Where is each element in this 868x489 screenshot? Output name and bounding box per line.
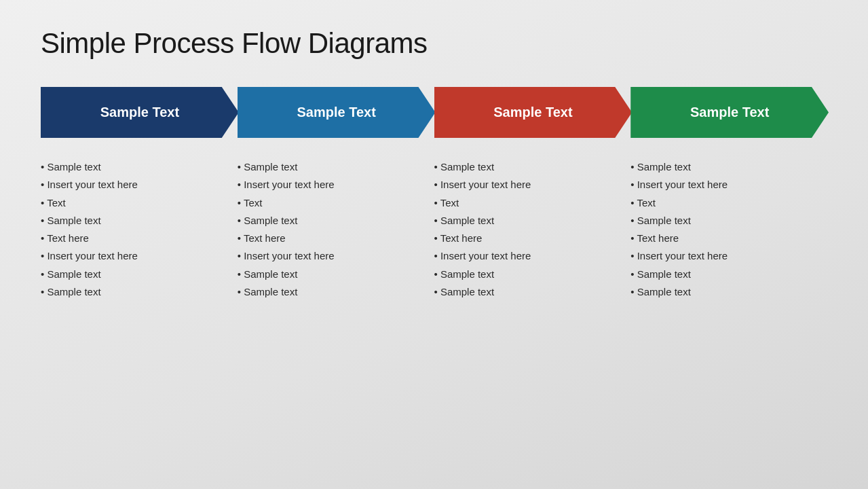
list-item: Text	[630, 194, 820, 212]
list-item: Insert your text here	[41, 247, 231, 265]
list-item: Text here	[41, 230, 231, 247]
list-item: Insert your text here	[41, 176, 231, 194]
column-4: Sample textInsert your text hereTextSamp…	[630, 158, 827, 301]
list-item: Sample text	[238, 283, 428, 301]
list-item: Sample text	[434, 212, 624, 230]
column-2: Sample textInsert your text hereTextSamp…	[238, 158, 434, 301]
chevron-wrapper-3: Sample Text	[434, 87, 631, 138]
chevron-4: Sample Text	[630, 87, 829, 138]
list-item: Sample text	[41, 212, 231, 230]
columns-row: Sample textInsert your text hereTextSamp…	[41, 158, 827, 301]
list-item: Text	[434, 194, 624, 212]
list-item: Text	[238, 194, 428, 212]
bullet-list-4: Sample textInsert your text hereTextSamp…	[630, 158, 820, 301]
list-item: Sample text	[41, 158, 231, 176]
list-item: Text	[41, 194, 231, 212]
list-item: Sample text	[41, 283, 231, 301]
chevron-1: Sample Text	[41, 87, 239, 138]
list-item: Sample text	[434, 266, 624, 283]
list-item: Sample text	[238, 212, 428, 230]
list-item: Insert your text here	[238, 176, 428, 194]
chevron-2-label: Sample Text	[297, 105, 375, 120]
list-item: Insert your text here	[434, 176, 624, 194]
bullet-list-3: Sample textInsert your text hereTextSamp…	[434, 158, 624, 301]
list-item: Sample text	[434, 283, 624, 301]
list-item: Sample text	[238, 158, 428, 176]
bullet-list-1: Sample textInsert your text hereTextSamp…	[41, 158, 231, 301]
list-item: Sample text	[41, 266, 231, 283]
list-item: Sample text	[630, 212, 820, 230]
list-item: Insert your text here	[434, 247, 624, 265]
chevron-wrapper-4: Sample Text	[630, 87, 827, 138]
list-item: Sample text	[630, 283, 820, 301]
bullet-list-2: Sample textInsert your text hereTextSamp…	[238, 158, 428, 301]
list-item: Sample text	[630, 266, 820, 283]
chevron-3: Sample Text	[434, 87, 633, 138]
chevron-1-label: Sample Text	[100, 105, 179, 120]
column-3: Sample textInsert your text hereTextSamp…	[434, 158, 631, 301]
slide: Simple Process Flow Diagrams Sample Text…	[0, 0, 868, 489]
chevron-wrapper-1: Sample Text	[41, 87, 238, 138]
chevron-row: Sample Text Sample Text Sample Text Samp…	[41, 87, 827, 138]
chevron-wrapper-2: Sample Text	[238, 87, 434, 138]
column-1: Sample textInsert your text hereTextSamp…	[41, 158, 238, 301]
page-title: Simple Process Flow Diagrams	[41, 27, 827, 60]
list-item: Insert your text here	[630, 176, 820, 194]
list-item: Text here	[630, 230, 820, 247]
list-item: Insert your text here	[238, 247, 428, 265]
chevron-3-label: Sample Text	[493, 105, 572, 120]
list-item: Text here	[238, 230, 428, 247]
chevron-2: Sample Text	[238, 87, 436, 138]
list-item: Text here	[434, 230, 624, 247]
list-item: Sample text	[238, 266, 428, 283]
list-item: Sample text	[630, 158, 820, 176]
chevron-4-label: Sample Text	[690, 105, 769, 120]
list-item: Insert your text here	[630, 247, 820, 265]
list-item: Sample text	[434, 158, 624, 176]
